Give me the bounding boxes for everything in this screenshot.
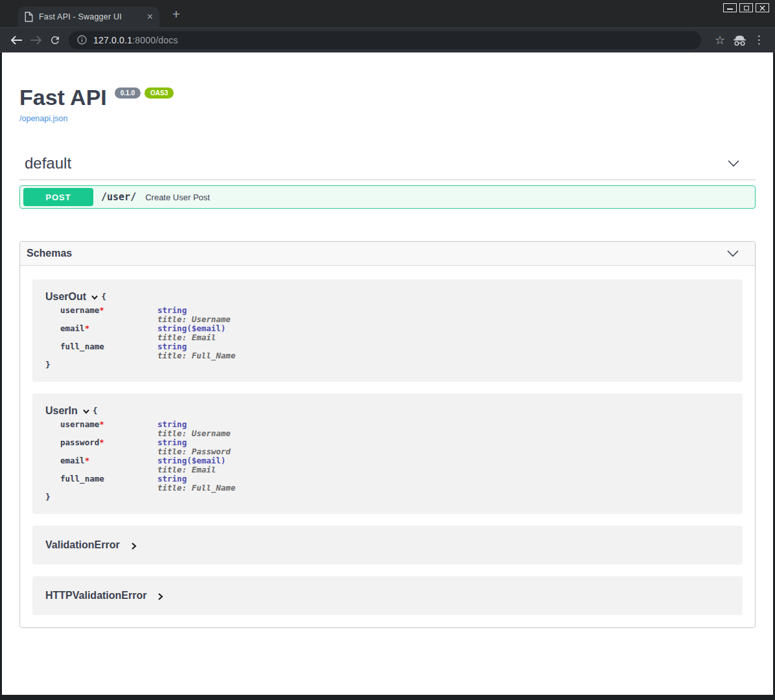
page-title: Fast API xyxy=(19,83,107,111)
model-validationerror-toggle[interactable]: ValidationError xyxy=(45,539,730,552)
browser-window: Fast API - Swagger UI × + xyxy=(0,0,775,700)
info-icon xyxy=(77,35,87,45)
oas3-badge: OAS3 xyxy=(145,88,174,99)
titlebar: Fast API - Swagger UI × + xyxy=(0,0,775,27)
back-arrow-icon xyxy=(10,36,23,45)
required-star: * xyxy=(99,419,104,429)
chevron-down-icon xyxy=(726,250,739,257)
schema-property: password* stringtitle: Password xyxy=(60,438,730,456)
tab-close-icon[interactable]: × xyxy=(147,12,153,22)
forward-arrow-icon xyxy=(30,36,42,45)
forward-button[interactable] xyxy=(26,31,45,49)
minimize-icon xyxy=(727,8,733,10)
chevron-down-icon xyxy=(727,159,740,167)
schemas-section: Schemas UserOut { xyxy=(19,241,756,628)
new-tab-button[interactable]: + xyxy=(168,6,184,22)
model-userout-toggle[interactable]: UserOut { xyxy=(45,290,730,303)
chevron-down-icon xyxy=(82,409,90,414)
model-userin: UserIn { username* stringtitle: Username… xyxy=(32,393,743,514)
model-httpvalidationerror: HTTPValidationError xyxy=(32,576,743,615)
close-icon xyxy=(759,5,765,11)
address-bar[interactable]: 127.0.0.1:8000/docs xyxy=(69,31,701,49)
http-method-badge: POST xyxy=(23,188,93,206)
menu-kebab-button[interactable]: ⋮ xyxy=(749,31,769,49)
open-brace: { xyxy=(101,290,106,303)
required-star: * xyxy=(99,438,104,447)
openapi-spec-link[interactable]: /openapi.json xyxy=(19,114,67,123)
open-brace: { xyxy=(93,404,98,417)
close-brace: } xyxy=(45,493,730,502)
schema-property: email* string($email)title: Email xyxy=(60,456,730,474)
chevron-down-icon xyxy=(91,295,98,300)
reload-button[interactable] xyxy=(45,31,65,49)
model-userout: UserOut { username* stringtitle: Usernam… xyxy=(32,279,743,382)
browser-toolbar: 127.0.0.1:8000/docs ☆ ⋮ xyxy=(0,27,775,52)
url-path: :8000/docs xyxy=(132,35,178,45)
incognito-icon xyxy=(730,31,749,49)
window-border-bottom xyxy=(0,695,775,700)
model-userin-toggle[interactable]: UserIn { xyxy=(45,404,730,417)
schema-property: username* stringtitle: Username xyxy=(60,306,730,324)
document-favicon-icon xyxy=(25,12,33,22)
api-info: Fast API 0.1.0 OAS3 /openapi.json xyxy=(19,83,756,124)
opblock-post-user[interactable]: POST /user/ Create User Post xyxy=(19,185,756,209)
version-badge: 0.1.0 xyxy=(115,88,141,99)
endpoint-summary: Create User Post xyxy=(145,192,210,202)
browser-tab[interactable]: Fast API - Swagger UI × xyxy=(18,6,159,27)
schema-property: email* string($email)title: Email xyxy=(60,324,730,342)
maximize-icon xyxy=(744,6,749,10)
model-httpvalidationerror-toggle[interactable]: HTTPValidationError xyxy=(45,589,730,602)
swagger-page: Fast API 0.1.0 OAS3 /openapi.json defaul… xyxy=(2,52,773,695)
schemas-header[interactable]: Schemas xyxy=(20,242,755,266)
chevron-right-icon xyxy=(157,592,163,601)
close-brace: } xyxy=(45,360,730,369)
close-button[interactable] xyxy=(756,3,769,12)
model-validationerror: ValidationError xyxy=(32,526,743,565)
schema-property: full_name stringtitle: Full_Name xyxy=(60,342,730,360)
tab-title: Fast API - Swagger UI xyxy=(39,12,143,21)
reload-icon xyxy=(49,34,61,46)
required-star: * xyxy=(85,323,90,333)
schemas-heading: Schemas xyxy=(27,248,72,259)
schema-property: username* stringtitle: Username xyxy=(60,420,730,438)
window-controls xyxy=(723,3,769,12)
url-host: 127.0.0.1 xyxy=(93,35,132,45)
bookmark-star-button[interactable]: ☆ xyxy=(710,31,730,49)
chevron-right-icon xyxy=(131,542,137,550)
tag-name: default xyxy=(25,154,71,172)
tag-section-header[interactable]: default xyxy=(19,154,756,180)
required-star: * xyxy=(99,305,104,315)
schema-property: full_name stringtitle: Full_Name xyxy=(60,474,730,493)
endpoint-path: /user/ xyxy=(101,191,136,203)
back-button[interactable] xyxy=(6,31,26,49)
required-star: * xyxy=(85,456,90,465)
minimize-button[interactable] xyxy=(723,3,737,12)
maximize-button[interactable] xyxy=(739,3,753,12)
